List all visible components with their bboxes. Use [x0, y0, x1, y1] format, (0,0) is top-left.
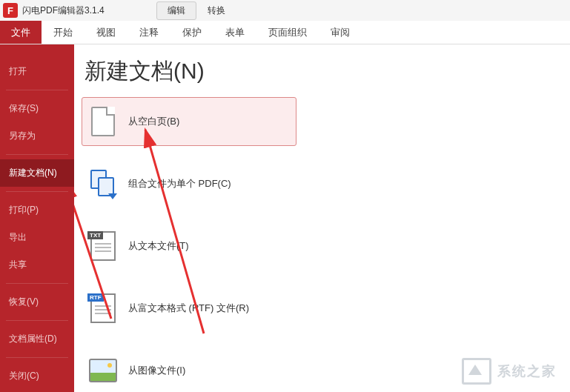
sidebar-item-共享[interactable]: 共享: [0, 251, 74, 279]
ribbon: 文件 开始视图注释保护表单页面组织审阅: [0, 21, 570, 44]
ribbon-file-tab[interactable]: 文件: [0, 21, 42, 44]
from-image-icon: [88, 354, 118, 387]
main-area: 打开保存(S)另存为新建文档(N)打印(P)导出共享恢复(V)文档属性(D)关闭…: [0, 44, 570, 392]
sidebar-divider: [6, 357, 68, 358]
sidebar-divider: [6, 283, 68, 284]
combine-icon: [88, 167, 118, 200]
sidebar-item-关闭(C)[interactable]: 关闭(C): [0, 362, 74, 390]
app-title: 闪电PDF编辑器3.1.4: [22, 4, 105, 17]
sidebar-item-另存为[interactable]: 另存为: [0, 122, 74, 150]
ribbon-tab-表单[interactable]: 表单: [213, 21, 256, 44]
option-from-image[interactable]: 从图像文件(I): [82, 346, 296, 392]
sidebar: 打开保存(S)另存为新建文档(N)打印(P)导出共享恢复(V)文档属性(D)关闭…: [0, 44, 74, 392]
option-label: 从空白页(B): [128, 115, 179, 128]
ribbon-tab-注释[interactable]: 注释: [127, 21, 170, 44]
top-tab-编辑[interactable]: 编辑: [156, 1, 196, 20]
ribbon-tab-保护[interactable]: 保护: [170, 21, 213, 44]
sidebar-divider: [6, 154, 68, 155]
sidebar-divider: [6, 90, 68, 90]
from-blank-icon: [88, 105, 118, 138]
option-from-text[interactable]: TXT从文本文件(T): [82, 222, 296, 270]
page-title: 新建文档(N): [84, 56, 570, 87]
title-bar: F 闪电PDF编辑器3.1.4 编辑转换: [0, 0, 570, 21]
ribbon-tab-页面组织[interactable]: 页面组织: [256, 21, 319, 44]
sidebar-item-打开[interactable]: 打开: [0, 58, 74, 85]
option-from-blank[interactable]: 从空白页(B): [82, 97, 296, 146]
option-label: 从富文本格式 (RTF) 文件(R): [128, 302, 249, 315]
sidebar-divider: [6, 320, 68, 321]
sidebar-item-打印(P)[interactable]: 打印(P): [0, 196, 74, 224]
top-tab-转换[interactable]: 转换: [196, 1, 236, 20]
top-tabs: 编辑转换: [156, 1, 236, 20]
sidebar-item-恢复(V)[interactable]: 恢复(V): [0, 288, 74, 316]
ribbon-tab-审阅[interactable]: 审阅: [319, 21, 362, 44]
option-combine[interactable]: 组合文件为单个 PDF(C): [82, 159, 296, 208]
option-label: 从文本文件(T): [128, 239, 189, 253]
sidebar-divider: [6, 191, 68, 192]
sidebar-item-文档属性(D)[interactable]: 文档属性(D): [0, 325, 74, 353]
watermark: 系统之家: [462, 358, 557, 385]
option-label: 从图像文件(I): [128, 364, 185, 377]
ribbon-tab-开始[interactable]: 开始: [42, 21, 84, 44]
option-list: 从空白页(B)组合文件为单个 PDF(C)TXT从文本文件(T)RTF从富文本格…: [82, 97, 296, 392]
from-text-icon: TXT: [88, 230, 118, 262]
watermark-text: 系统之家: [497, 362, 557, 380]
ribbon-tab-视图[interactable]: 视图: [84, 21, 127, 44]
from-rtf-icon: RTF: [88, 292, 118, 325]
option-label: 组合文件为单个 PDF(C): [128, 177, 231, 190]
option-from-rtf[interactable]: RTF从富文本格式 (RTF) 文件(R): [82, 284, 296, 333]
watermark-house-icon: [462, 358, 491, 385]
sidebar-item-导出[interactable]: 导出: [0, 224, 74, 251]
sidebar-item-新建文档(N)[interactable]: 新建文档(N): [0, 159, 74, 187]
sidebar-item-保存(S)[interactable]: 保存(S): [0, 95, 74, 122]
ribbon-tabs: 开始视图注释保护表单页面组织审阅: [42, 21, 362, 44]
app-icon: F: [3, 3, 18, 18]
content-panel: 新建文档(N) 从空白页(B)组合文件为单个 PDF(C)TXT从文本文件(T)…: [74, 44, 570, 392]
